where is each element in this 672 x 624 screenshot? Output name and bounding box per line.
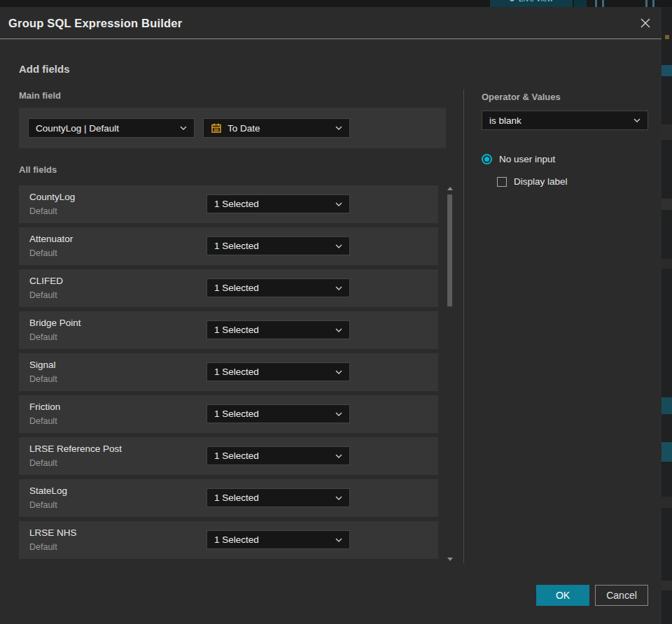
list-scrollbar bbox=[447, 185, 454, 563]
field-subtitle: Default bbox=[29, 332, 57, 342]
field-list-item: CountyLog Default 1 Selected bbox=[19, 185, 438, 223]
scrollbar-up-arrow-icon[interactable] bbox=[447, 187, 453, 190]
field-subtitle: Default bbox=[29, 206, 57, 216]
chevron-down-icon bbox=[335, 454, 342, 458]
chevron-down-icon bbox=[335, 328, 342, 332]
field-selected-dropdown-value: 1 Selected bbox=[214, 241, 330, 251]
background-patch bbox=[662, 397, 672, 414]
background-patch bbox=[665, 35, 669, 39]
field-name: Signal bbox=[29, 360, 56, 370]
toolbar-bar-icon bbox=[595, 0, 597, 7]
background-patch bbox=[662, 199, 672, 210]
field-selected-dropdown-value: 1 Selected bbox=[214, 367, 330, 377]
field-selected-dropdown-value: 1 Selected bbox=[214, 534, 330, 545]
field-name: LRSE Reference Post bbox=[29, 444, 122, 454]
add-fields-heading: Add fields bbox=[19, 63, 70, 75]
live-view-dot-icon bbox=[510, 0, 514, 1]
field-list-item: Attenuator Default 1 Selected bbox=[19, 227, 438, 265]
display-label-label: Display label bbox=[514, 176, 568, 187]
main-field-select-value: CountyLog | Default bbox=[36, 123, 174, 134]
display-label-checkbox[interactable]: Display label bbox=[497, 176, 568, 187]
chevron-down-icon bbox=[335, 370, 342, 374]
toolbar-bar-icon bbox=[602, 0, 604, 7]
chevron-down-icon bbox=[335, 412, 342, 416]
field-name: Friction bbox=[29, 402, 60, 412]
field-subtitle: Default bbox=[29, 542, 57, 552]
chevron-down-icon bbox=[335, 244, 342, 248]
field-subtitle: Default bbox=[29, 290, 57, 300]
main-field-label: Main field bbox=[19, 90, 61, 101]
live-view-toggle[interactable]: Live view bbox=[490, 0, 573, 7]
calendar-date-icon bbox=[211, 122, 222, 134]
scrollbar-down-arrow-icon[interactable] bbox=[447, 558, 453, 561]
live-view-label: Live view bbox=[519, 0, 553, 3]
field-name: CountyLog bbox=[29, 192, 75, 202]
field-selected-dropdown[interactable]: 1 Selected bbox=[206, 236, 350, 255]
cancel-button[interactable]: Cancel bbox=[595, 585, 648, 606]
field-selected-dropdown[interactable]: 1 Selected bbox=[206, 488, 350, 507]
chevron-down-icon bbox=[335, 538, 342, 542]
field-selected-dropdown-value: 1 Selected bbox=[214, 451, 330, 461]
background-app-sliver bbox=[662, 7, 672, 624]
field-subtitle: Default bbox=[29, 374, 57, 384]
chevron-down-icon bbox=[335, 496, 342, 500]
field-type-select-value: To Date bbox=[227, 123, 324, 134]
field-list-item: Friction Default 1 Selected bbox=[19, 395, 438, 433]
close-button[interactable] bbox=[635, 13, 656, 34]
operator-values-label: Operator & Values bbox=[482, 92, 561, 102]
field-selected-dropdown[interactable]: 1 Selected bbox=[206, 404, 350, 423]
close-icon bbox=[639, 17, 652, 29]
field-name: Attenuator bbox=[29, 234, 73, 244]
all-fields-list: CountyLog Default 1 Selected Attenuator … bbox=[19, 185, 438, 563]
field-selected-dropdown-value: 1 Selected bbox=[214, 325, 330, 335]
scrollbar-thumb[interactable] bbox=[447, 194, 452, 306]
dialog-header: Group SQL Expression Builder bbox=[0, 7, 662, 39]
field-selected-dropdown[interactable]: 1 Selected bbox=[206, 278, 350, 297]
background-patch bbox=[662, 581, 672, 590]
all-fields-label: All fields bbox=[19, 164, 57, 175]
main-field-container: CountyLog | Default To Date bbox=[19, 108, 446, 148]
no-user-input-radio[interactable]: No user input bbox=[482, 154, 555, 164]
background-patch bbox=[662, 125, 672, 140]
chevron-down-icon bbox=[335, 286, 342, 290]
field-subtitle: Default bbox=[29, 248, 57, 258]
field-selected-dropdown[interactable]: 1 Selected bbox=[206, 530, 350, 549]
no-user-input-label: No user input bbox=[499, 154, 555, 164]
group-sql-expression-builder-dialog: Group SQL Expression Builder Add fields … bbox=[0, 7, 662, 624]
field-subtitle: Default bbox=[29, 416, 57, 426]
toolbar-bar-icon bbox=[645, 0, 648, 7]
background-patch bbox=[662, 65, 672, 76]
field-list-item: LRSE Reference Post Default 1 Selected bbox=[19, 437, 438, 475]
field-subtitle: Default bbox=[29, 458, 57, 468]
operator-select[interactable]: is blank bbox=[482, 111, 648, 130]
field-subtitle: Default bbox=[29, 500, 57, 510]
field-selected-dropdown-value: 1 Selected bbox=[214, 283, 330, 293]
field-selected-dropdown[interactable]: 1 Selected bbox=[206, 320, 350, 339]
toolbar-box bbox=[574, 0, 587, 7]
background-patch bbox=[662, 442, 672, 462]
main-field-select[interactable]: CountyLog | Default bbox=[28, 118, 195, 138]
panel-divider bbox=[463, 90, 464, 563]
dialog-title: Group SQL Expression Builder bbox=[8, 7, 182, 39]
field-name: CLIFED bbox=[29, 276, 63, 286]
field-selected-dropdown[interactable]: 1 Selected bbox=[206, 194, 350, 213]
field-selected-dropdown[interactable]: 1 Selected bbox=[206, 362, 350, 381]
background-patch bbox=[662, 497, 672, 508]
background-app-strip: Live view bbox=[0, 0, 672, 7]
toolbar-bar-icon bbox=[652, 0, 654, 7]
field-type-select[interactable]: To Date bbox=[203, 118, 350, 138]
chevron-down-icon bbox=[634, 118, 640, 122]
field-name: Bridge Point bbox=[29, 318, 81, 328]
field-name: StateLog bbox=[29, 485, 67, 496]
ok-button[interactable]: OK bbox=[536, 585, 589, 606]
field-selected-dropdown-value: 1 Selected bbox=[214, 409, 330, 419]
field-selected-dropdown[interactable]: 1 Selected bbox=[206, 446, 350, 465]
checkbox-unchecked-icon bbox=[497, 177, 507, 187]
field-list-item: LRSE NHS Default 1 Selected bbox=[19, 521, 438, 559]
chevron-down-icon bbox=[335, 126, 342, 130]
field-selected-dropdown-value: 1 Selected bbox=[214, 199, 330, 209]
field-list-item: StateLog Default 1 Selected bbox=[19, 479, 438, 517]
field-name: LRSE NHS bbox=[29, 527, 77, 538]
field-list-item: Bridge Point Default 1 Selected bbox=[19, 311, 438, 349]
radio-selected-icon bbox=[482, 154, 492, 164]
